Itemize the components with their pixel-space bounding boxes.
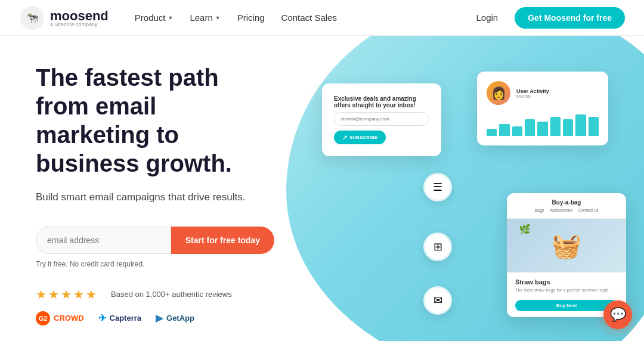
product-subtitle: The best straw bags for a perfect summer…	[515, 287, 618, 293]
ecomm-nav-bags[interactable]: Bags	[534, 208, 544, 212]
nav-pricing[interactable]: Pricing	[230, 8, 272, 27]
star-5: ★	[86, 287, 97, 302]
connector-1: ☰	[423, 173, 452, 202]
email-input[interactable]	[36, 227, 171, 254]
connector-2: ⊞	[423, 232, 452, 261]
email-form: Start for free today	[36, 227, 274, 254]
widget-title: Exclusive deals and amazing offers strai…	[334, 95, 429, 108]
ecomm-product-image: 🌿 🧺	[507, 219, 626, 272]
subscribe-label: SUBSCRIBE	[349, 135, 377, 140]
product-name: Straw bags	[515, 278, 618, 286]
login-button[interactable]: Login	[469, 8, 506, 27]
activity-header: 👩 User Activity Monthly	[487, 81, 599, 105]
mail-icon: ✉	[434, 294, 442, 307]
bar	[512, 126, 522, 136]
star-3: ★	[61, 287, 72, 302]
ecomm-nav-accessories[interactable]: Accessories	[550, 208, 572, 212]
cursor-icon: ↗	[342, 134, 347, 141]
bar	[525, 119, 535, 136]
ecommerce-card: Buy-a-bag Bags Accessories Contact us 🌿 …	[507, 193, 626, 317]
activity-title: User Activity	[516, 88, 549, 94]
hero-title: The fastest path from email marketing to…	[36, 63, 274, 178]
getapp-logo: ▶ GetApp	[156, 312, 194, 324]
g2-label: CROWD	[54, 314, 84, 323]
navbar: 🐄 moosend a Sitecore company Product ▼ L…	[0, 0, 644, 36]
stars-row: ★ ★ ★ ★ ★ Based on 1,000+ authentic revi…	[36, 287, 274, 302]
email-subscription-widget: Exclusive deals and amazing offers strai…	[322, 83, 441, 156]
nav-learn[interactable]: Learn ▼	[182, 8, 227, 27]
nav-links: Product ▼ Learn ▼ Pricing Contact Sales	[128, 8, 469, 27]
avatar-icon: 👩	[491, 86, 506, 100]
learn-arrow-icon: ▼	[215, 15, 221, 21]
ecomm-nav-contact[interactable]: Contact us	[578, 208, 598, 212]
svg-text:🐄: 🐄	[26, 11, 39, 24]
getapp-label: GetApp	[166, 314, 194, 323]
hero-right: Exclusive deals and amazing offers strai…	[298, 36, 644, 341]
capterra-label: Capterra	[110, 314, 141, 323]
hero-section: The fastest path from email marketing to…	[0, 36, 644, 341]
start-free-button[interactable]: Start for free today	[171, 227, 274, 254]
activity-subtitle: Monthly	[516, 94, 549, 98]
widget-subscribe-button[interactable]: ↗ SUBSCRIBE	[334, 131, 386, 144]
chat-icon: 💬	[610, 307, 626, 323]
nav-contact-sales[interactable]: Contact Sales	[274, 8, 344, 27]
bar	[487, 129, 497, 136]
star-2: ★	[48, 287, 59, 302]
hero-left: The fastest path from email marketing to…	[0, 36, 298, 341]
ecomm-nav: Bags Accessories Contact us	[534, 208, 598, 212]
ecomm-brand: Buy-a-bag	[552, 199, 581, 206]
capterra-logo: ✈ Capterra	[98, 312, 141, 324]
moosend-logo-icon: 🐄	[19, 5, 45, 31]
platform-logos: G2 CROWD ✈ Capterra ▶ GetApp	[36, 311, 274, 326]
bar	[550, 117, 561, 136]
star-4: ★	[73, 287, 84, 302]
bar	[537, 122, 547, 136]
g2-logo: G2 CROWD	[36, 311, 84, 326]
bar	[575, 114, 586, 136]
hero-subtitle: Build smart email campaigns that drive r…	[36, 190, 274, 205]
basket-icon: 🧺	[552, 232, 581, 260]
avatar: 👩	[487, 81, 510, 105]
getapp-icon: ▶	[156, 312, 163, 324]
star-rating: ★ ★ ★ ★ ★	[36, 287, 97, 302]
email-list-icon: ☰	[433, 181, 442, 194]
bar	[499, 124, 509, 136]
bar	[563, 119, 573, 136]
connector-3: ✉	[423, 286, 452, 315]
free-note: Try it free. No credit card required.	[36, 260, 274, 268]
nav-product[interactable]: Product ▼	[128, 8, 181, 27]
chat-bubble[interactable]: 💬	[603, 300, 632, 329]
bar	[589, 117, 599, 136]
capterra-icon: ✈	[98, 312, 106, 324]
buy-now-button[interactable]: Buy Now	[515, 300, 618, 311]
g2-icon: G2	[36, 311, 50, 326]
grid-icon: ⊞	[434, 240, 442, 253]
product-arrow-icon: ▼	[168, 15, 174, 21]
reviews-text: Based on 1,000+ authentic reviews	[111, 290, 232, 299]
get-moosend-button[interactable]: Get Moosend for free	[515, 7, 625, 29]
star-1: ★	[36, 287, 47, 302]
nav-right: Login Get Moosend for free	[469, 7, 626, 29]
leaf-icon: 🌿	[519, 224, 531, 235]
ecomm-header: Buy-a-bag Bags Accessories Contact us	[507, 193, 626, 219]
bar-chart	[487, 112, 599, 136]
user-activity-card: 👩 User Activity Monthly	[477, 72, 608, 145]
widget-email-input[interactable]	[334, 112, 429, 126]
logo[interactable]: 🐄 moosend a Sitecore company	[19, 5, 109, 31]
logo-text: moosend	[50, 8, 109, 23]
